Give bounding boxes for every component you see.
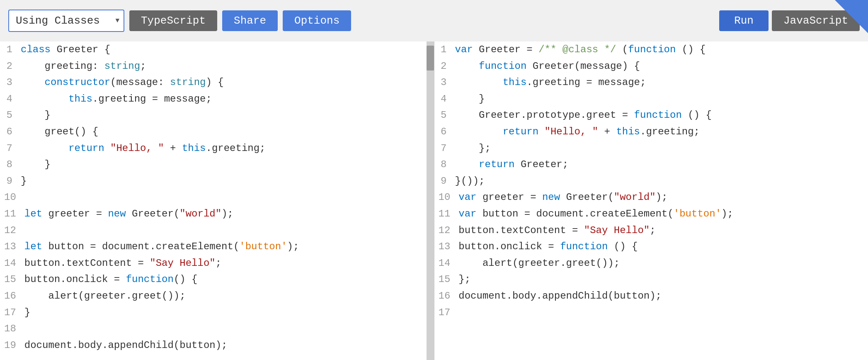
line-number: 5 [434,107,455,124]
line-content: let greeter = new Greeter("world"); [24,206,426,222]
line-content: button.onclick = function () { [458,238,860,255]
javascript-editor: 1var Greeter = /** @class */ (function (… [434,41,868,360]
line-number: 1 [434,41,455,58]
line-number: 9 [0,173,21,190]
line-number: 6 [434,124,455,140]
line-number: 16 [434,288,459,304]
line-number: 3 [434,74,455,91]
line-content: function Greeter(message) { [455,58,860,75]
line-number: 2 [434,58,455,75]
table-row: 10var greeter = new Greeter("world"); [434,189,860,206]
line-content: alert(greeter.greet()); [458,255,860,272]
line-content: var Greeter = /** @class */ (function ()… [455,41,860,58]
typescript-editor: 1class Greeter {2 greeting: string;3 con… [0,41,434,360]
line-content: document.body.appendChild(button); [458,288,860,304]
line-content: return Greeter; [455,156,860,173]
line-content: } [24,304,426,321]
share-button[interactable]: Share [222,10,278,31]
example-select-wrapper[interactable]: Using Classes Hello World Classes Generi… [8,10,124,32]
line-number: 17 [0,304,24,321]
line-number: 14 [434,255,459,272]
corner-decoration [835,0,868,33]
line-content: return "Hello, " + this.greeting; [455,124,860,140]
table-row: 4 } [434,91,860,107]
line-content: greeting: string; [21,58,426,75]
line-content: button.textContent = "Say Hello"; [458,222,860,239]
line-number: 11 [434,206,459,222]
run-button[interactable]: Run [719,10,769,31]
line-content: class Greeter { [21,41,426,58]
table-row: 7 return "Hello, " + this.greeting; [0,140,426,157]
table-row: 8 return Greeter; [434,156,860,173]
line-content: }()); [455,173,860,190]
line-content: document.body.appendChild(button); [24,337,426,354]
table-row: 7 }; [434,140,860,157]
table-row: 13let button = document.createElement('b… [0,238,426,255]
table-row: 11var button = document.createElement('b… [434,206,860,222]
line-content: return "Hello, " + this.greeting; [21,140,426,157]
line-number: 13 [434,238,459,255]
line-content: this.greeting = message; [21,91,426,107]
table-row: 16document.body.appendChild(button); [434,288,860,304]
table-row: 14 alert(greeter.greet()); [434,255,860,272]
table-row: 16 alert(greeter.greet()); [0,288,426,304]
table-row: 17} [0,304,426,321]
table-row: 4 this.greeting = message; [0,91,426,107]
table-row: 17 [434,304,860,321]
table-row: 5 } [0,107,426,124]
editors-container: 1class Greeter {2 greeting: string;3 con… [0,41,868,360]
typescript-code: 1class Greeter {2 greeting: string;3 con… [0,41,434,353]
table-row: 3 constructor(message: string) { [0,74,426,91]
line-number: 12 [434,222,459,239]
line-number: 10 [434,189,459,206]
line-number: 8 [434,156,455,173]
line-number: 16 [0,288,24,304]
table-row: 2 greeting: string; [0,58,426,75]
line-number: 9 [434,173,455,190]
options-button[interactable]: Options [283,10,351,31]
line-number: 14 [0,255,24,272]
line-content: button.textContent = "Say Hello"; [24,255,426,272]
line-number: 15 [434,271,459,288]
line-content: } [21,156,426,173]
left-scrollbar-thumb[interactable] [427,46,434,71]
table-row: 6 greet() { [0,124,426,140]
line-content: var button = document.createElement('but… [458,206,860,222]
line-number: 3 [0,74,21,91]
line-number: 11 [0,206,24,222]
line-number: 17 [434,304,459,321]
left-scrollbar[interactable] [427,41,434,360]
line-content: }; [455,140,860,157]
line-content: this.greeting = message; [455,74,860,91]
table-row: 11let greeter = new Greeter("world"); [0,206,426,222]
table-row: 13button.onclick = function () { [434,238,860,255]
table-row: 1class Greeter { [0,41,426,58]
toolbar-left: Using Classes Hello World Classes Generi… [8,10,714,32]
line-content: constructor(message: string) { [21,74,426,91]
line-number: 10 [0,189,24,206]
table-row: 18 [0,321,426,337]
line-number: 5 [0,107,21,124]
line-number: 6 [0,124,21,140]
line-number: 18 [0,321,24,337]
line-number: 15 [0,271,24,288]
example-select[interactable]: Using Classes Hello World Classes Generi… [8,10,124,32]
table-row: 5 Greeter.prototype.greet = function () … [434,107,860,124]
line-number: 4 [434,91,455,107]
table-row: 12 [0,222,426,239]
line-number: 4 [0,91,21,107]
line-content: } [21,173,426,190]
table-row: 2 function Greeter(message) { [434,58,860,75]
table-row: 10 [0,189,426,206]
table-row: 3 this.greeting = message; [434,74,860,91]
line-content: button.onclick = function() { [24,271,426,288]
table-row: 12button.textContent = "Say Hello"; [434,222,860,239]
line-content: } [455,91,860,107]
line-content: }; [458,271,860,288]
table-row: 6 return "Hello, " + this.greeting; [434,124,860,140]
line-content: } [21,107,426,124]
table-row: 1var Greeter = /** @class */ (function (… [434,41,860,58]
line-number: 2 [0,58,21,75]
line-content: greet() { [21,124,426,140]
typescript-button[interactable]: TypeScript [129,10,217,31]
